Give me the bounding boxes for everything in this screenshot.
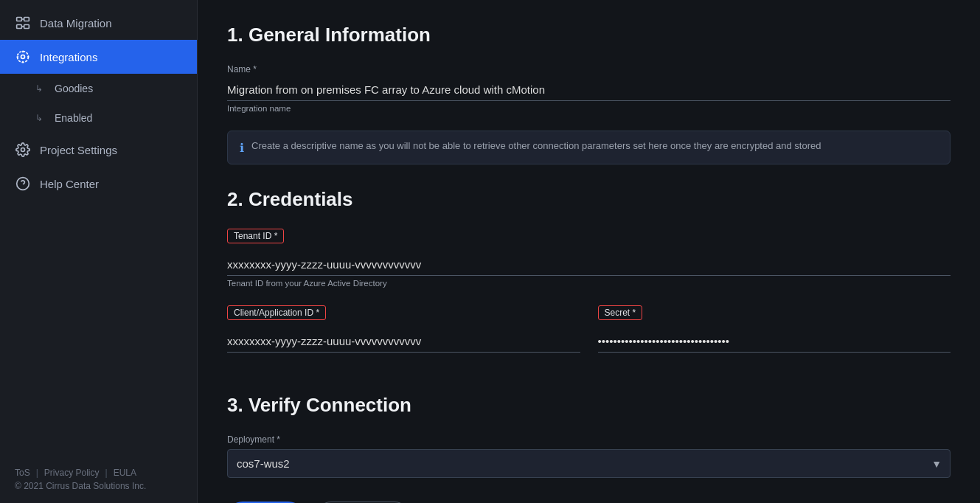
- sidebar-item-enabled[interactable]: ↳ Enabled: [0, 103, 197, 133]
- svg-rect-3: [24, 25, 29, 29]
- svg-rect-1: [24, 18, 29, 21]
- eula-link[interactable]: EULA: [114, 468, 136, 478]
- section2-title: 2. Credentials: [227, 188, 951, 211]
- sidebar-item-label: Integrations: [40, 51, 97, 63]
- help-icon: [15, 176, 31, 192]
- info-icon: ℹ: [240, 141, 244, 155]
- deployment-field-group: Deployment * cos7-wus2 cos7-eus cos7-weu…: [227, 434, 951, 478]
- sidebar-item-label: Goodies: [55, 83, 93, 94]
- deployment-select[interactable]: cos7-wus2 cos7-eus cos7-weu: [227, 449, 951, 478]
- client-id-label: Client/Application ID *: [227, 305, 326, 320]
- client-id-field-group: Client/Application ID *: [227, 305, 580, 353]
- secret-input[interactable]: [598, 330, 951, 353]
- section1-title: 1. General Information: [227, 24, 951, 46]
- svg-point-6: [21, 55, 25, 59]
- tenant-id-field-group: Tenant ID * Tenant ID from your Azure Ac…: [227, 229, 951, 288]
- svg-point-7: [18, 52, 29, 63]
- tenant-id-hint: Tenant ID from your Azure Active Directo…: [227, 279, 951, 288]
- sidebar-item-label: Data Migration: [40, 17, 112, 30]
- name-input[interactable]: [227, 79, 951, 101]
- secret-label: Secret *: [598, 305, 643, 320]
- sub-arrow-icon: ↳: [35, 83, 43, 94]
- migration-icon: [15, 15, 31, 31]
- copyright-text: © 2021 Cirrus Data Solutions Inc.: [15, 481, 182, 491]
- sidebar-item-project-settings[interactable]: Project Settings: [0, 133, 197, 167]
- sidebar-item-data-migration[interactable]: Data Migration: [0, 6, 197, 40]
- integrations-icon: [15, 49, 31, 65]
- sub-arrow-icon: ↳: [35, 113, 43, 123]
- name-label: Name *: [227, 64, 951, 74]
- sidebar-item-help-center[interactable]: Help Center: [0, 167, 197, 201]
- sidebar-item-label: Enabled: [55, 112, 92, 124]
- sidebar-item-label: Project Settings: [40, 144, 117, 156]
- sidebar-item-goodies[interactable]: ↳ Goodies: [0, 74, 197, 103]
- svg-rect-2: [17, 25, 22, 29]
- credentials-row: Client/Application ID * Secret *: [227, 305, 951, 370]
- settings-icon: [15, 142, 31, 158]
- sidebar-item-label: Help Center: [40, 178, 99, 190]
- name-hint: Integration name: [227, 104, 951, 113]
- tenant-id-input[interactable]: [227, 254, 951, 276]
- svg-point-8: [21, 148, 25, 152]
- deployment-select-wrapper: cos7-wus2 cos7-eus cos7-weu ▼: [227, 449, 951, 478]
- info-box: ℹ Create a descriptive name as you will …: [227, 131, 951, 164]
- name-field-group: Name * Integration name: [227, 64, 951, 113]
- sidebar-footer: ToS | Privacy Policy | EULA © 2021 Cirru…: [0, 456, 197, 503]
- info-text: Create a descriptive name as you will no…: [251, 140, 821, 151]
- svg-rect-0: [17, 18, 22, 21]
- deployment-label: Deployment *: [227, 434, 951, 445]
- sidebar-item-integrations[interactable]: Integrations: [0, 40, 197, 74]
- main-content: 1. General Information Name * Integratio…: [198, 0, 980, 503]
- sidebar: Data Migration Integrations ↳ Goodies ↳ …: [0, 0, 198, 503]
- tos-link[interactable]: ToS: [15, 468, 30, 478]
- secret-field-group: Secret *: [598, 305, 951, 353]
- client-id-input[interactable]: [227, 330, 580, 353]
- tenant-id-label: Tenant ID *: [227, 229, 284, 243]
- section3-title: 3. Verify Connection: [227, 394, 951, 417]
- privacy-link[interactable]: Privacy Policy: [44, 468, 100, 478]
